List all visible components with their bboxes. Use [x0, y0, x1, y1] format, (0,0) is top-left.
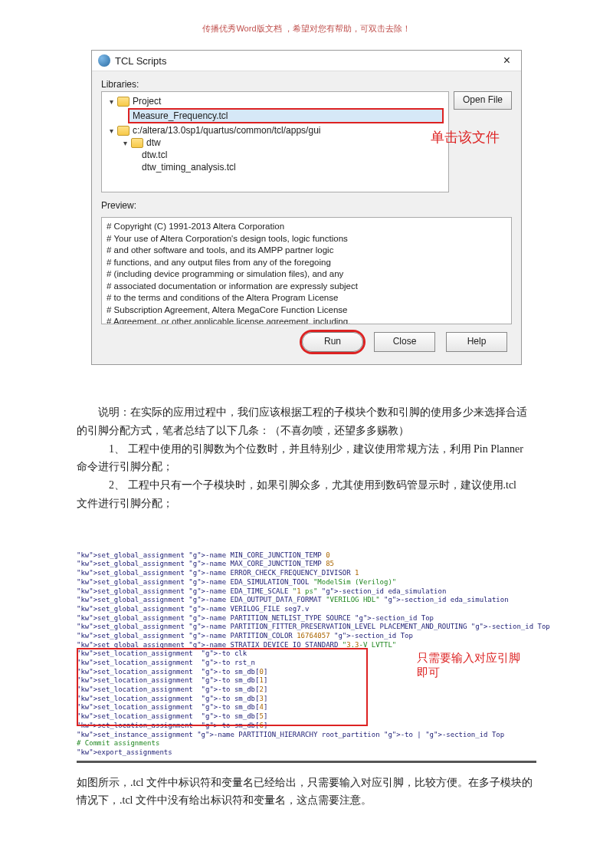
libraries-tree[interactable]: ▾ Project Measure_Frequency.tcl ▾ c:/alt… — [101, 91, 449, 192]
code-line: "kw">set_location_assignment "g">-to sm_… — [77, 722, 536, 731]
code-figure: "kw">set_global_assignment "g">-name MIN… — [77, 551, 536, 763]
tree-item-altera[interactable]: ▾ c:/altera/13.0sp1/quartus/common/tcl/a… — [107, 124, 444, 136]
run-button[interactable]: Run — [302, 332, 363, 352]
tree-item-dtw-tcl[interactable]: dtw.tcl — [142, 149, 444, 161]
code-line: "kw">set_global_assignment "g">-name PAR… — [77, 614, 536, 623]
code-line: "kw">set_instance_assignment "g">-name P… — [77, 731, 536, 740]
code-line: "kw">set_global_assignment "g">-name EDA… — [77, 596, 536, 605]
code-line: "kw">set_global_assignment "g">-name ERR… — [77, 569, 536, 578]
code-line: "kw">set_global_assignment "g">-name PAR… — [77, 632, 536, 641]
code-line: "kw">set_location_assignment "g">-to sm_… — [77, 695, 536, 704]
tree-label: dtw — [146, 137, 161, 148]
folder-icon — [117, 97, 129, 107]
tree-item-dtw[interactable]: ▾ dtw — [120, 136, 444, 149]
callout-line: 只需要输入对应引脚 — [417, 652, 520, 664]
list-item: 2、 工程中只有一个子模块时，如果引脚众多，尤其使用到数码管显示时，建议使用.t… — [77, 476, 536, 495]
tcl-scripts-dialog: TCL Scripts × Libraries: ▾ Project Measu… — [91, 50, 522, 365]
close-icon[interactable]: × — [499, 54, 515, 67]
tree-label: dtw.tcl — [142, 150, 167, 160]
code-line: # Commit assignments — [77, 739, 536, 748]
header-note: 传播优秀Word版文档 ，希望对您有帮助，可双击去除！ — [77, 23, 536, 35]
code-line: "kw">set_global_assignment "g">-name VER… — [77, 605, 536, 614]
preview-line: # to the terms and conditions of the Alt… — [107, 292, 506, 304]
code-line: "kw">set_location_assignment "g">-to sm_… — [77, 686, 536, 695]
list-item: 1、 工程中使用的引脚数为个位数时，并且特别少，建议使用常规方法，利用 Pin … — [77, 440, 536, 459]
code-line: "kw">set_location_assignment "g">-to sm_… — [77, 703, 536, 712]
code-line: "kw">set_global_assignment "g">-name MAX… — [77, 560, 536, 569]
titlebar: TCL Scripts × — [92, 51, 521, 71]
tree-label: Project — [133, 96, 161, 107]
code-line: "kw">set_global_assignment "g">-name PAR… — [77, 623, 536, 632]
tree-item-dtw-timing[interactable]: dtw_timing_analysis.tcl — [142, 161, 444, 173]
code-line: "kw">set_global_assignment "g">-name EDA… — [77, 587, 536, 597]
folder-icon — [117, 126, 129, 136]
chevron-down-icon[interactable]: ▾ — [120, 139, 129, 147]
code-line: "kw">set_global_assignment "g">-name STR… — [77, 641, 536, 650]
preview-line: # Agreement, or other applicable license… — [107, 316, 506, 324]
tree-item-project[interactable]: ▾ Project — [107, 95, 444, 107]
tree-label: c:/altera/13.0sp1/quartus/common/tcl/app… — [133, 125, 320, 136]
tree-label: dtw_timing_analysis.tcl — [142, 162, 236, 173]
tree-item-selected-file[interactable]: Measure_Frequency.tcl — [128, 108, 444, 123]
preview-line: # functions, and any output files from a… — [107, 257, 506, 269]
app-icon — [98, 54, 110, 67]
preview-label: Preview: — [101, 200, 512, 211]
callout-input-pin: 只需要输入对应引脚 即可 — [417, 651, 532, 681]
callout-click-file: 单击该文件 — [431, 128, 500, 146]
preview-line: # Subscription Agreement, Altera MegaCor… — [107, 304, 506, 317]
dialog-buttons: Run Close Help — [101, 324, 512, 357]
preview-line: # (including device programming or simul… — [107, 268, 506, 281]
code-line: "kw">set_location_assignment "g">-to sm_… — [77, 712, 536, 722]
paragraph: 命令进行引脚分配； — [77, 458, 536, 476]
preview-line: # and other software and tools, and its … — [107, 245, 506, 257]
help-button[interactable]: Help — [446, 332, 507, 352]
code-line: "kw">set_global_assignment "g">-name MIN… — [77, 551, 536, 561]
open-file-button[interactable]: Open File — [454, 91, 512, 110]
libraries-label: Libraries: — [101, 79, 512, 90]
paragraph: 说明：在实际的应用过程中，我们应该根据工程的子模块个数和引脚的使用多少来选择合适… — [77, 403, 536, 440]
paragraph: 如图所示，.tcl 文件中标识符和变量名已经给出，只需要输入对应引脚，比较方便。… — [77, 774, 536, 810]
code-line: "kw">set_global_assignment "g">-name EDA… — [77, 578, 536, 587]
dialog-title: TCL Scripts — [115, 55, 166, 67]
callout-line: 即可 — [417, 666, 440, 679]
chevron-down-icon[interactable]: ▾ — [107, 127, 116, 135]
code-line: "kw">export_assignments — [77, 748, 536, 758]
body-text: 说明：在实际的应用过程中，我们应该根据工程的子模块个数和引脚的使用多少来选择合适… — [77, 403, 536, 513]
folder-icon — [131, 138, 143, 148]
preview-line: # Copyright (C) 1991-2013 Altera Corpora… — [107, 221, 506, 233]
preview-line: # Your use of Altera Corporation's desig… — [107, 233, 506, 245]
close-button[interactable]: Close — [374, 332, 435, 352]
paragraph: 文件进行引脚分配； — [77, 495, 536, 513]
tree-label: Measure_Frequency.tcl — [133, 110, 228, 121]
preview-pane[interactable]: # Copyright (C) 1991-2013 Altera Corpora… — [101, 217, 512, 324]
chevron-down-icon[interactable]: ▾ — [107, 97, 116, 106]
preview-line: # associated documentation or informatio… — [107, 281, 506, 293]
